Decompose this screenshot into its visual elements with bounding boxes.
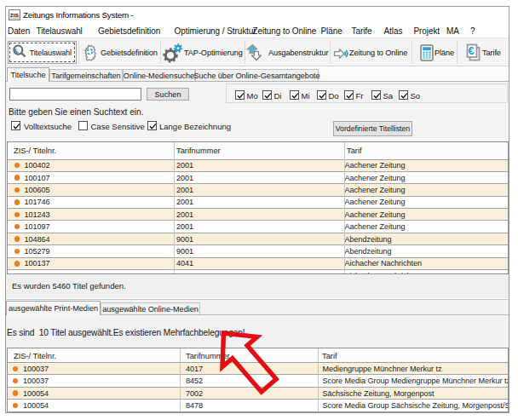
svg-text:€: € <box>469 45 475 57</box>
